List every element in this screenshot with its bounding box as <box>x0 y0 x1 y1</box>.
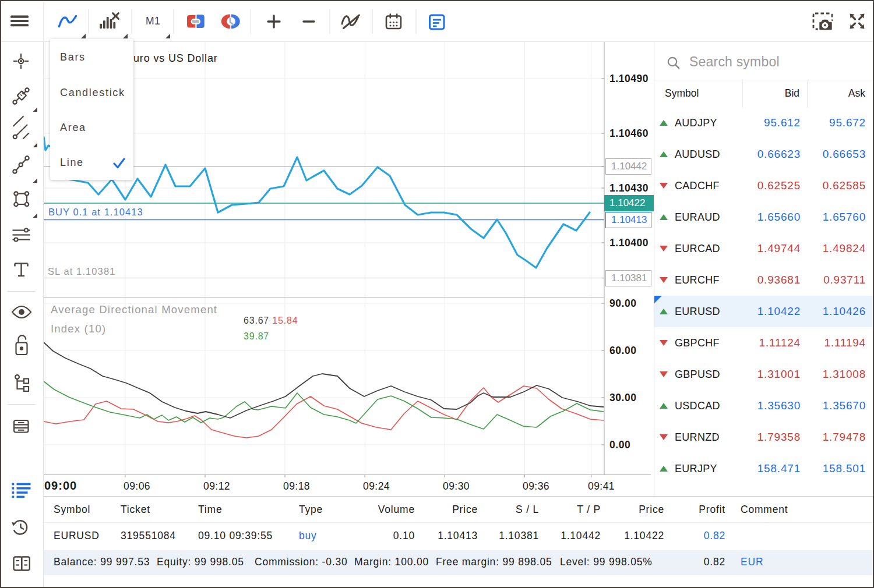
svg-text:M1: M1 <box>146 15 160 27</box>
